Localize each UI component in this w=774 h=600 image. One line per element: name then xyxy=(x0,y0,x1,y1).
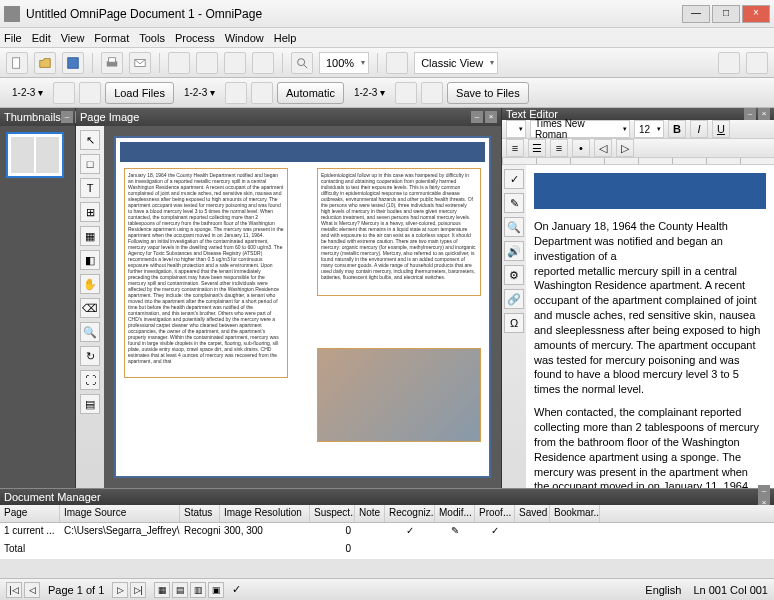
te-proof-tool[interactable]: ✓ xyxy=(504,169,524,189)
rotate-tool[interactable]: ↻ xyxy=(80,346,100,366)
menu-window[interactable]: Window xyxy=(225,32,264,44)
wf-step-1[interactable]: 1-2-3 ▾ xyxy=(6,82,49,104)
wf-save-icon[interactable] xyxy=(395,82,417,104)
sb-view1[interactable]: ▦ xyxy=(154,582,170,598)
fontsize-dropdown[interactable]: 12 xyxy=(634,120,664,138)
maximize-button[interactable]: □ xyxy=(712,5,740,23)
thumbnails-pin[interactable]: – xyxy=(61,111,73,123)
font-dropdown[interactable]: Times New Roman xyxy=(530,120,630,138)
menu-file[interactable]: File xyxy=(4,32,22,44)
dm-col-source[interactable]: Image Source xyxy=(60,505,180,522)
view-mode-dropdown[interactable]: Classic View xyxy=(414,52,498,74)
page-image-pin[interactable]: – xyxy=(471,111,483,123)
te-link-tool[interactable]: 🔗 xyxy=(504,289,524,309)
close-button[interactable]: × xyxy=(742,5,770,23)
options-button[interactable] xyxy=(718,52,740,74)
prev-page-button[interactable]: ◁ xyxy=(24,582,40,598)
dm-row-1[interactable]: 1 current ... C:\Users\Segarra_Jeffrey\D… xyxy=(0,523,774,541)
bold-button[interactable]: B xyxy=(668,120,686,138)
zoom-dropdown[interactable]: 100% xyxy=(319,52,369,74)
fit-tool[interactable]: ⛶ xyxy=(80,370,100,390)
wf-save-opts[interactable] xyxy=(421,82,443,104)
text-editor-close[interactable]: × xyxy=(758,108,770,120)
wf-auto-icon[interactable] xyxy=(225,82,247,104)
save-to-files-button[interactable]: Save to Files xyxy=(447,82,529,104)
text-editor-pin[interactable]: – xyxy=(744,108,756,120)
view-icon[interactable] xyxy=(386,52,408,74)
paste-button[interactable] xyxy=(196,52,218,74)
first-page-button[interactable]: |◁ xyxy=(6,582,22,598)
pointer-tool[interactable]: ↖ xyxy=(80,130,100,150)
te-char-tool[interactable]: Ω xyxy=(504,313,524,333)
print-button[interactable] xyxy=(101,52,123,74)
copy-button[interactable] xyxy=(168,52,190,74)
menu-tools[interactable]: Tools xyxy=(139,32,165,44)
text-zone-2[interactable]: Epidemiological follow up in this case w… xyxy=(317,168,481,296)
menu-help[interactable]: Help xyxy=(274,32,297,44)
dm-col-bookmark[interactable]: Bookmar... xyxy=(550,505,600,522)
align-center[interactable]: ☰ xyxy=(528,139,546,157)
text-zone-1[interactable]: January 18, 1964 the County Health Depar… xyxy=(124,168,288,378)
page-image-close[interactable]: × xyxy=(485,111,497,123)
indent-dec[interactable]: ◁ xyxy=(594,139,612,157)
sb-view2[interactable]: ▤ xyxy=(172,582,188,598)
erase-tool[interactable]: ⌫ xyxy=(80,298,100,318)
sb-view3[interactable]: ▥ xyxy=(190,582,206,598)
wf-step-3[interactable]: 1-2-3 ▾ xyxy=(348,82,391,104)
te-train-tool[interactable]: ⚙ xyxy=(504,265,524,285)
dm-col-proofed[interactable]: Proof... xyxy=(475,505,515,522)
save-button[interactable] xyxy=(62,52,84,74)
dm-col-note[interactable]: Note xyxy=(355,505,385,522)
sb-view4[interactable]: ▣ xyxy=(208,582,224,598)
doc-manager-pin[interactable]: – xyxy=(758,485,770,497)
last-page-button[interactable]: ▷| xyxy=(130,582,146,598)
menu-edit[interactable]: Edit xyxy=(32,32,51,44)
bullets[interactable]: • xyxy=(572,139,590,157)
dm-col-suspect[interactable]: Suspect... xyxy=(310,505,355,522)
wf-load-opts[interactable] xyxy=(79,82,101,104)
menu-process[interactable]: Process xyxy=(175,32,215,44)
menu-format[interactable]: Format xyxy=(94,32,129,44)
load-files-button[interactable]: Load Files xyxy=(105,82,174,104)
zoom-in-button[interactable] xyxy=(291,52,313,74)
dm-col-resolution[interactable]: Image Resolution xyxy=(220,505,310,522)
zone-tool[interactable]: ◧ xyxy=(80,250,100,270)
cut-button[interactable] xyxy=(224,52,246,74)
page-canvas[interactable]: January 18, 1964 the County Health Depar… xyxy=(104,126,501,488)
next-page-button[interactable]: ▷ xyxy=(112,582,128,598)
te-find-tool[interactable]: 🔍 xyxy=(504,217,524,237)
wf-load-icon[interactable] xyxy=(53,82,75,104)
open-button[interactable] xyxy=(34,52,56,74)
zoom-tool[interactable]: 🔍 xyxy=(80,322,100,342)
undo-button[interactable] xyxy=(252,52,274,74)
hand-tool[interactable]: ✋ xyxy=(80,274,100,294)
underline-button[interactable]: U xyxy=(712,120,730,138)
image-tool[interactable]: ▦ xyxy=(80,226,100,246)
image-zone-1[interactable] xyxy=(317,348,481,443)
align-right[interactable]: ≡ xyxy=(550,139,568,157)
dm-col-recognized[interactable]: Recogniz... xyxy=(385,505,435,522)
select-tool[interactable]: □ xyxy=(80,154,100,174)
dm-col-modified[interactable]: Modif... xyxy=(435,505,475,522)
new-button[interactable] xyxy=(6,52,28,74)
ruler[interactable] xyxy=(502,158,774,165)
dm-col-status[interactable]: Status xyxy=(180,505,220,522)
dm-col-saved[interactable]: Saved xyxy=(515,505,550,522)
te-speak-tool[interactable]: 🔊 xyxy=(504,241,524,261)
thumbnail-page-1[interactable] xyxy=(6,132,64,178)
align-left[interactable]: ≡ xyxy=(506,139,524,157)
te-mark-tool[interactable]: ✎ xyxy=(504,193,524,213)
style-dropdown[interactable] xyxy=(506,120,526,138)
menu-view[interactable]: View xyxy=(61,32,85,44)
page-tool[interactable]: ▤ xyxy=(80,394,100,414)
dm-col-page[interactable]: Page xyxy=(0,505,60,522)
send-button[interactable] xyxy=(129,52,151,74)
help-button[interactable] xyxy=(746,52,768,74)
automatic-button[interactable]: Automatic xyxy=(277,82,344,104)
wf-step-2[interactable]: 1-2-3 ▾ xyxy=(178,82,221,104)
indent-inc[interactable]: ▷ xyxy=(616,139,634,157)
text-tool[interactable]: T xyxy=(80,178,100,198)
minimize-button[interactable]: — xyxy=(682,5,710,23)
wf-auto-opts[interactable] xyxy=(251,82,273,104)
table-tool[interactable]: ⊞ xyxy=(80,202,100,222)
